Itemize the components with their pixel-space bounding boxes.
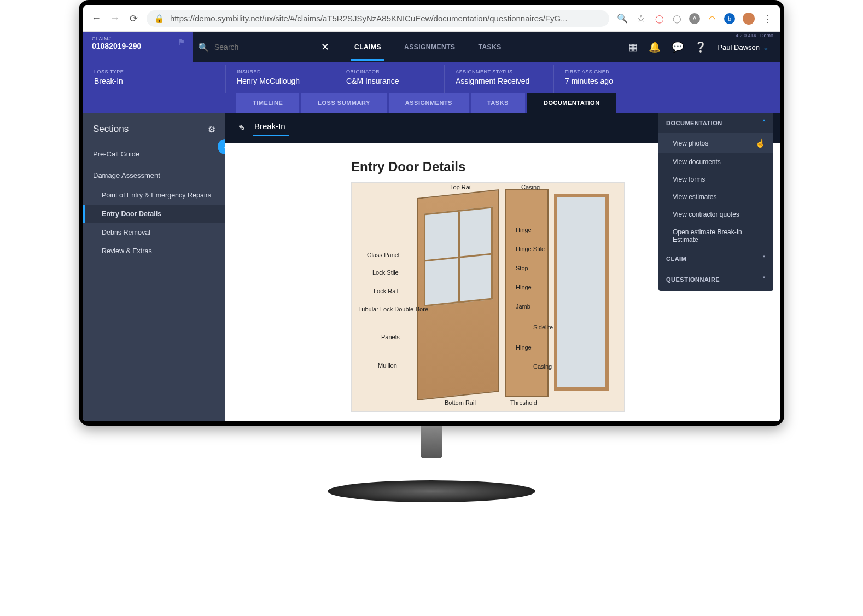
summary-value: Break-In: [94, 77, 214, 85]
url-bar[interactable]: 🔒 https://demo.symbility.net/ux/site/#/c…: [147, 10, 609, 27]
gear-icon[interactable]: ⚙: [208, 124, 215, 135]
search-icon: 🔍: [198, 42, 209, 53]
forward-button[interactable]: →: [109, 13, 120, 24]
sidebar-title: Sections: [93, 124, 129, 135]
flyout-section-claim[interactable]: CLAIM ˅: [658, 248, 773, 269]
back-button[interactable]: ←: [91, 13, 102, 24]
zoom-icon[interactable]: 🔍: [617, 13, 628, 24]
summary-insured: INSURED Henry McCullough: [225, 65, 335, 93]
summary-label: FIRST ASSIGNED: [565, 69, 652, 74]
door-diagram: Top Rail Casing Hinge Hinge Stile Glass …: [351, 182, 625, 412]
ext-icon[interactable]: ◯: [672, 13, 683, 24]
flyout-item-label: View photos: [673, 140, 708, 147]
ext-icon[interactable]: ◯: [654, 13, 665, 24]
search-input[interactable]: [214, 40, 316, 54]
diagram-label: Casing: [521, 184, 540, 190]
chat-icon[interactable]: 💬: [672, 41, 684, 53]
reload-button[interactable]: ⟳: [128, 13, 139, 24]
diagram-label: Sidelite: [533, 324, 553, 330]
main-area: ✎ Break-In Entry Door Details: [225, 113, 780, 421]
diagram-label: Hinge Stile: [516, 246, 545, 252]
summary-label: INSURED: [237, 69, 324, 74]
sidebar-item-poe[interactable]: Point of Entry & Emergency Repairs: [83, 186, 225, 205]
diagram-label: Stop: [516, 265, 528, 271]
cursor-icon: ☝: [755, 138, 766, 148]
bell-icon[interactable]: 🔔: [649, 41, 661, 53]
sections-sidebar: Sections ⚙ ‹ Pre-Call Guide Damage Asses…: [83, 113, 225, 421]
subtab-tasks[interactable]: TASKS: [471, 93, 525, 113]
claim-label: CLAIM#: [92, 36, 184, 42]
lock-icon: 🔒: [154, 14, 165, 24]
help-icon[interactable]: ❔: [695, 41, 707, 53]
tab-tasks[interactable]: TASKS: [475, 33, 505, 61]
flyout-item-open-estimate[interactable]: Open estimate Break-In Estimate: [658, 223, 773, 248]
summary-value: C&M Insurance: [346, 77, 433, 85]
claim-number: 01082019-290: [92, 42, 184, 50]
diagram-label: Hinge: [516, 284, 532, 290]
flyout-section-questionnaire[interactable]: QUESTIONNAIRE ˅: [658, 269, 773, 290]
flyout-item-view-estimates[interactable]: View estimates: [658, 188, 773, 206]
chevron-down-icon: ⌄: [763, 43, 769, 51]
star-icon[interactable]: ☆: [635, 13, 646, 24]
sidebar-item-damage[interactable]: Damage Assessment: [83, 165, 225, 186]
diagram-label: Panels: [381, 334, 400, 340]
summary-row: LOSS TYPE Break-In INSURED Henry McCullo…: [83, 62, 780, 93]
flyout-item-view-quotes[interactable]: View contractor quotes: [658, 206, 773, 223]
summary-label: ASSIGNMENT STATUS: [456, 69, 543, 74]
summary-status: ASSIGNMENT STATUS Assignment Received: [444, 65, 553, 93]
tab-claims[interactable]: CLAIMS: [351, 33, 384, 61]
search-wrap: 🔍 ✕: [193, 32, 335, 62]
diagram-label: Bottom Rail: [445, 399, 476, 406]
diagram-label: Hinge: [516, 344, 532, 351]
diagram-label: Casing: [533, 363, 552, 370]
summary-label: ORIGINATOR: [346, 69, 433, 74]
tab-assignments[interactable]: ASSIGNMENTS: [401, 33, 459, 61]
subtab-documentation[interactable]: DOCUMENTATION: [527, 93, 616, 113]
flyout-header-label: CLAIM: [666, 255, 686, 262]
url-text: https://demo.symbility.net/ux/site/#/cla…: [170, 14, 568, 23]
sidebar-item-entry-door[interactable]: Entry Door Details: [83, 205, 225, 223]
content-title: Break-In: [253, 119, 289, 136]
chevron-down-icon: ˅: [762, 276, 766, 283]
ext-icon[interactable]: A: [689, 13, 700, 24]
browser-avatar[interactable]: [743, 13, 755, 25]
claim-number-block[interactable]: CLAIM# 01082019-290 ⚑: [83, 32, 193, 62]
summary-originator: ORIGINATOR C&M Insurance: [335, 65, 444, 93]
main-tabs: CLAIMS ASSIGNMENTS TASKS: [351, 32, 505, 62]
app-topbar: CLAIM# 01082019-290 ⚑ 🔍 ✕ CLAIMS ASSIGNM…: [83, 32, 780, 62]
chevron-up-icon: ˄: [762, 119, 766, 127]
diagram-label: Top Rail: [450, 184, 472, 190]
flag-icon[interactable]: ⚑: [178, 37, 185, 47]
flyout-header-label: QUESTIONNAIRE: [666, 276, 720, 283]
flyout-item-view-photos[interactable]: View photos ☝: [658, 133, 773, 153]
user-name: Paul Dawson: [718, 43, 760, 51]
summary-value: Henry McCullough: [237, 77, 324, 85]
flyout-header-label: DOCUMENTATION: [666, 120, 722, 126]
subtabs: TIMELINE LOSS SUMMARY ASSIGNMENTS TASKS …: [236, 93, 780, 113]
subtab-assignments[interactable]: ASSIGNMENTS: [389, 93, 469, 113]
subtab-timeline[interactable]: TIMELINE: [236, 93, 299, 113]
summary-label: LOSS TYPE: [94, 69, 214, 74]
sidebar-item-precall[interactable]: Pre-Call Guide: [83, 143, 225, 165]
browser-menu-icon[interactable]: ⋮: [762, 13, 772, 25]
flyout-item-view-forms[interactable]: View forms: [658, 171, 773, 188]
user-menu[interactable]: Paul Dawson ⌄: [718, 43, 769, 51]
clear-search-icon[interactable]: ✕: [321, 41, 329, 53]
extension-icons: ◯ ◯ A ◠ b: [654, 13, 735, 24]
flyout-item-view-documents[interactable]: View documents: [658, 153, 773, 171]
diagram-label: Glass Panel: [367, 252, 399, 258]
ext-icon[interactable]: ◠: [707, 13, 718, 24]
ext-icon[interactable]: b: [724, 13, 735, 24]
diagram-label: Lock Rail: [374, 288, 398, 294]
version-label: 4.2.0.414 · Demo: [736, 33, 773, 38]
flyout-section-documentation[interactable]: DOCUMENTATION ˄: [658, 113, 773, 133]
calendar-icon[interactable]: ▦: [628, 41, 638, 53]
diagram-label: Threshold: [510, 399, 537, 406]
right-flyout: DOCUMENTATION ˄ View photos ☝ View docum…: [658, 113, 773, 291]
sidebar-item-debris[interactable]: Debris Removal: [83, 223, 225, 242]
diagram-label: Jamb: [516, 303, 530, 310]
sidebar-item-review[interactable]: Review & Extras: [83, 242, 225, 260]
diagram-label: Hinge: [516, 226, 532, 233]
subtab-loss-summary[interactable]: LOSS SUMMARY: [301, 93, 386, 113]
edit-icon[interactable]: ✎: [238, 123, 246, 133]
